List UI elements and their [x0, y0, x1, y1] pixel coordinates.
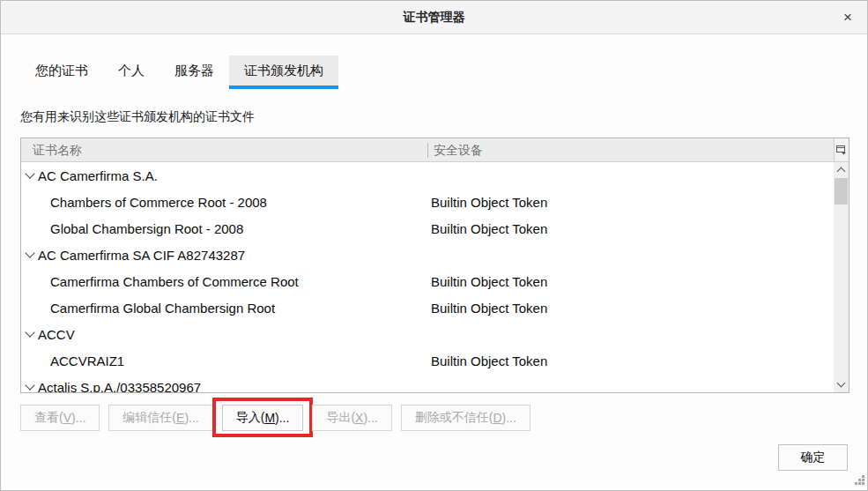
table-row[interactable]: AC Camerfirma S.A.	[21, 162, 834, 189]
table-row[interactable]: Camerfirma Global Chambersign Root Built…	[21, 294, 834, 321]
table-row[interactable]: Actalis S.p.A./03358520967	[21, 374, 834, 392]
cert-group-name: AC Camerfirma S.A.	[38, 168, 158, 183]
table-header: 证书名称 安全设备	[21, 138, 849, 162]
table-row[interactable]: Chambers of Commerce Root - 2008 Builtin…	[21, 189, 834, 215]
tab-bar: 您的证书 个人 服务器 证书颁发机构	[20, 56, 338, 89]
button-label: 导出(	[326, 410, 355, 426]
chevron-down-icon[interactable]	[25, 168, 34, 178]
button-label: 编辑信任(	[122, 410, 176, 426]
access-key: E	[176, 411, 184, 425]
scrollbar-thumb[interactable]	[835, 178, 848, 205]
scroll-down-icon[interactable]	[837, 379, 846, 388]
scroll-up-icon[interactable]	[837, 167, 846, 176]
table-row[interactable]: AC Camerfirma SA CIF A82743287	[21, 242, 834, 268]
export-button[interactable]: 导出(X)...	[312, 405, 391, 431]
access-key: X	[355, 411, 363, 425]
title-bar: 证书管理器 ×	[1, 1, 867, 34]
import-button[interactable]: 导入(M)...	[222, 405, 304, 431]
certificate-table: 证书名称 安全设备 AC Camerfirma S.A. Chambers of…	[20, 138, 849, 393]
vertical-scrollbar[interactable]	[834, 162, 849, 392]
column-header-certificate-name[interactable]: 证书名称	[33, 138, 82, 161]
cert-name: Chambers of Commerce Root - 2008	[50, 195, 267, 210]
button-label: )...	[275, 411, 289, 425]
cert-group-name: ACCV	[38, 327, 75, 342]
column-picker-icon[interactable]	[834, 138, 849, 161]
column-divider[interactable]	[427, 143, 428, 158]
cert-name: Camerfirma Chambers of Commerce Root	[50, 274, 299, 289]
security-device: Builtin Object Token	[431, 195, 547, 210]
tab-people[interactable]: 个人	[103, 56, 160, 89]
tab-your-certificates[interactable]: 您的证书	[20, 56, 103, 89]
edit-trust-button[interactable]: 编辑信任(E)...	[108, 405, 212, 431]
button-label: 删除或不信任(	[415, 410, 493, 426]
table-row[interactable]: ACCV	[21, 321, 834, 347]
chevron-down-icon[interactable]	[25, 248, 34, 257]
table-rows: AC Camerfirma S.A. Chambers of Commerce …	[21, 162, 834, 392]
table-row[interactable]: Camerfirma Chambers of Commerce Root Bui…	[21, 268, 834, 294]
security-device: Builtin Object Token	[431, 274, 547, 289]
security-device: Builtin Object Token	[431, 301, 547, 316]
window-title: 证书管理器	[404, 10, 465, 26]
button-label: )...	[502, 411, 516, 425]
access-key: V	[63, 411, 71, 425]
button-label: 导入(	[236, 410, 265, 426]
tab-label: 您的证书	[35, 63, 88, 79]
table-row[interactable]: ACCVRAIZ1 Builtin Object Token	[21, 347, 834, 374]
tab-label: 个人	[118, 63, 145, 79]
tab-label: 服务器	[174, 63, 214, 79]
button-label: 查看(	[34, 410, 63, 426]
description-text: 您有用来识别这些证书颁发机构的证书文件	[20, 109, 255, 125]
tab-servers[interactable]: 服务器	[160, 56, 229, 89]
ok-button[interactable]: 确定	[778, 444, 848, 471]
action-button-row: 查看(V)... 编辑信任(E)... 导入(M)... 导出(X)... 删除…	[20, 405, 530, 431]
security-device: Builtin Object Token	[431, 353, 547, 368]
cert-group-name: Actalis S.p.A./03358520967	[38, 380, 201, 393]
column-header-security-device[interactable]: 安全设备	[434, 138, 483, 161]
certificate-manager-dialog: { "window": { "title": "证书管理器", "close_i…	[0, 0, 868, 491]
resize-grip[interactable]	[855, 475, 864, 485]
button-label: )...	[71, 411, 85, 425]
button-label: )...	[363, 411, 377, 425]
cert-name: Camerfirma Global Chambersign Root	[50, 301, 275, 316]
close-icon[interactable]: ×	[837, 7, 858, 28]
tab-label: 证书颁发机构	[244, 63, 323, 79]
delete-or-distrust-button[interactable]: 删除或不信任(D)...	[401, 405, 530, 431]
column-picker-glyph	[836, 145, 847, 155]
cert-name: Global Chambersign Root - 2008	[50, 221, 243, 236]
button-label: )...	[184, 411, 198, 425]
tab-authorities[interactable]: 证书颁发机构	[229, 56, 338, 89]
access-key: M	[264, 411, 275, 425]
view-button[interactable]: 查看(V)...	[20, 405, 100, 431]
table-row[interactable]: Global Chambersign Root - 2008 Builtin O…	[21, 215, 834, 242]
chevron-down-icon[interactable]	[25, 380, 34, 390]
security-device: Builtin Object Token	[431, 221, 547, 236]
cert-group-name: AC Camerfirma SA CIF A82743287	[38, 248, 245, 263]
access-key: D	[493, 411, 501, 425]
cert-name: ACCVRAIZ1	[50, 353, 124, 368]
chevron-down-icon[interactable]	[25, 327, 34, 337]
